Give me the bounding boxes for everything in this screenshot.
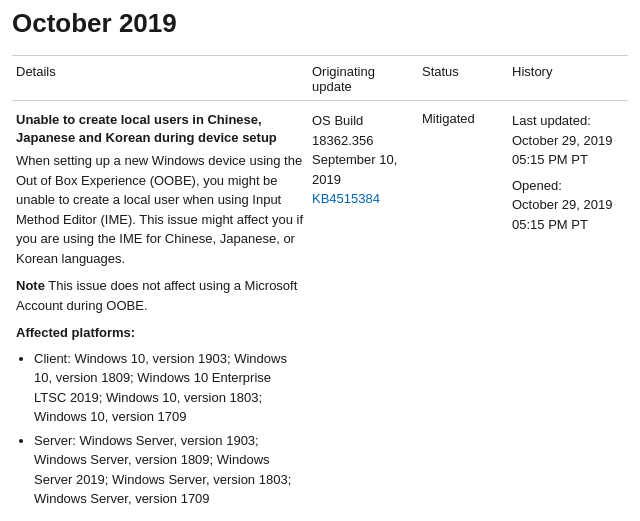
affected-list: Client: Windows 10, version 1903; Window… (34, 349, 304, 509)
table-header-row: Details Originating update Status Histor… (12, 56, 628, 101)
kb-link[interactable]: KB4515384 (312, 191, 380, 206)
col-history: Last updated: October 29, 2019 05:15 PM … (508, 111, 628, 521)
list-item: Server: Windows Server, version 1903; Wi… (34, 431, 304, 509)
os-build-label: OS Build (312, 111, 414, 131)
note-text: This issue does not affect using a Micro… (16, 278, 297, 313)
header-history: History (508, 64, 628, 94)
history-last-updated: Last updated: October 29, 2019 05:15 PM … (512, 111, 624, 170)
last-updated-label: Last updated: (512, 113, 591, 128)
os-build-number: 18362.356 (312, 131, 414, 151)
status-badge: Mitigated (422, 111, 475, 126)
note-line: Note This issue does not affect using a … (16, 276, 304, 315)
affected-heading: Affected platforms: (16, 323, 304, 343)
history-opened: Opened: October 29, 2019 05:15 PM PT (512, 176, 624, 235)
header-originating: Originating update (308, 64, 418, 94)
table-row: Unable to create local users in Chinese,… (12, 101, 628, 521)
workaround-section: Workaround: To mitigate this issue, set … (16, 517, 304, 521)
header-details: Details (12, 64, 308, 94)
page-title: October 2019 (12, 8, 628, 43)
issue-body: When setting up a new Windows device usi… (16, 151, 304, 268)
col-details: Unable to create local users in Chinese,… (12, 111, 308, 521)
issues-table: Details Originating update Status Histor… (12, 55, 628, 521)
issue-title: Unable to create local users in Chinese,… (16, 111, 304, 147)
list-item: Client: Windows 10, version 1903; Window… (34, 349, 304, 427)
col-originating: OS Build 18362.356 September 10, 2019 KB… (308, 111, 418, 521)
opened-label: Opened: (512, 178, 562, 193)
opened-date: October 29, 2019 05:15 PM PT (512, 197, 612, 232)
header-status: Status (418, 64, 508, 94)
col-status: Mitigated (418, 111, 508, 521)
note-label: Note (16, 278, 45, 293)
originating-date: September 10, 2019 (312, 150, 414, 189)
last-updated-date: October 29, 2019 05:15 PM PT (512, 133, 612, 168)
